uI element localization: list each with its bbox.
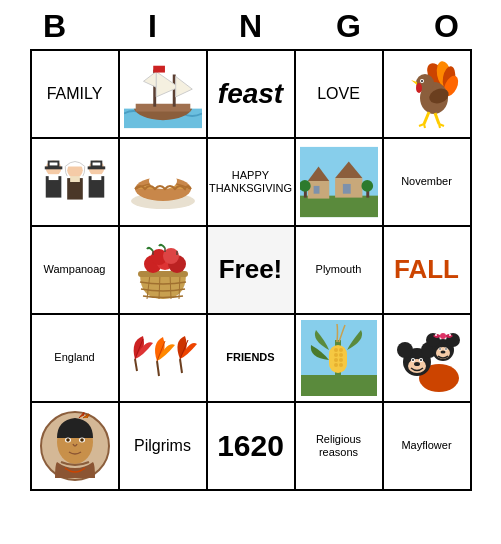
- cell-r2c2: Free!: [208, 227, 296, 315]
- cell-r1c1: [120, 139, 208, 227]
- svg-point-82: [339, 348, 343, 352]
- cell-r2c4: FALL: [384, 227, 472, 315]
- svg-rect-39: [92, 163, 100, 166]
- bingo-header: B I N G O: [6, 0, 496, 49]
- cell-r3c0: England: [32, 315, 120, 403]
- native-portrait-icon: [37, 408, 113, 484]
- svg-rect-30: [49, 163, 57, 166]
- cell-r4c4: Mayflower: [384, 403, 472, 491]
- svg-line-22: [424, 124, 425, 128]
- svg-rect-53: [342, 184, 350, 194]
- svg-point-98: [414, 362, 420, 366]
- pilgrims-group-icon: [36, 146, 114, 218]
- svg-point-91: [397, 342, 413, 358]
- svg-rect-1: [135, 104, 190, 112]
- svg-rect-80: [329, 345, 347, 373]
- svg-rect-50: [313, 186, 319, 194]
- svg-rect-29: [44, 166, 62, 169]
- svg-point-104: [449, 334, 451, 336]
- header-o: O: [403, 8, 491, 45]
- svg-point-57: [361, 180, 373, 192]
- svg-line-76: [180, 359, 182, 373]
- svg-point-96: [412, 359, 414, 361]
- cell-r4c2: 1620: [208, 403, 296, 491]
- svg-point-110: [440, 351, 445, 354]
- header-i: I: [109, 8, 197, 45]
- svg-point-83: [334, 353, 338, 357]
- svg-rect-38: [87, 166, 105, 169]
- svg-rect-7: [153, 66, 165, 73]
- cell-r2c3: Plymouth: [296, 227, 384, 315]
- svg-point-97: [420, 359, 422, 361]
- svg-rect-33: [70, 176, 80, 182]
- bingo-grid: FAMILY feast LOVE: [30, 49, 472, 491]
- svg-point-87: [334, 363, 338, 367]
- corn-icon: [301, 320, 377, 396]
- svg-point-86: [339, 358, 343, 362]
- header-g: G: [305, 8, 393, 45]
- svg-marker-15: [411, 80, 417, 85]
- svg-line-24: [439, 124, 440, 128]
- svg-rect-36: [91, 174, 101, 180]
- svg-line-75: [157, 361, 159, 376]
- cell-r3c1: [120, 315, 208, 403]
- header-b: B: [11, 8, 99, 45]
- cell-r3c2: FRIENDS: [208, 315, 296, 403]
- turkey-runner-icon: [389, 56, 465, 132]
- svg-rect-27: [48, 174, 58, 180]
- cell-r4c3: Religious reasons: [296, 403, 384, 491]
- cell-r0c2: feast: [208, 51, 296, 139]
- svg-point-115: [66, 438, 70, 442]
- svg-point-109: [445, 348, 447, 350]
- svg-line-20: [435, 113, 439, 124]
- svg-marker-6: [143, 72, 156, 88]
- cell-r1c2: HAPPY THANKSGIVING: [208, 139, 296, 227]
- cell-r3c4: [384, 315, 472, 403]
- svg-point-45: [160, 171, 166, 177]
- cell-r4c1: Pilgrims: [120, 403, 208, 491]
- svg-point-88: [339, 363, 343, 367]
- svg-rect-47: [300, 196, 378, 217]
- house-icon: [300, 146, 378, 218]
- leaves-icon: [125, 331, 201, 386]
- cell-r2c0: Wampanoag: [32, 227, 120, 315]
- svg-point-84: [339, 353, 343, 357]
- pilgrim-ship-icon: [124, 59, 202, 129]
- svg-point-103: [435, 334, 437, 336]
- svg-line-19: [424, 112, 429, 124]
- cell-r0c3: LOVE: [296, 51, 384, 139]
- cell-r4c0: [32, 403, 120, 491]
- cell-r2c1: [120, 227, 208, 315]
- cell-r1c4: November: [384, 139, 472, 227]
- cell-r0c1: [120, 51, 208, 139]
- svg-point-81: [334, 348, 338, 352]
- svg-point-17: [421, 80, 423, 82]
- apple-basket-icon: [125, 234, 201, 306]
- svg-marker-5: [175, 76, 192, 96]
- cell-r0c4: [384, 51, 472, 139]
- header-n: N: [207, 8, 295, 45]
- pie-icon: [125, 151, 201, 213]
- mickey-minnie-icon: [389, 320, 465, 396]
- cell-r1c0: [32, 139, 120, 227]
- svg-point-108: [439, 348, 441, 350]
- svg-point-85: [334, 358, 338, 362]
- cell-r0c0: FAMILY: [32, 51, 120, 139]
- svg-line-74: [135, 359, 137, 371]
- svg-point-102: [440, 333, 446, 339]
- cell-r1c3: [296, 139, 384, 227]
- svg-point-116: [80, 438, 84, 442]
- cell-r3c3: [296, 315, 384, 403]
